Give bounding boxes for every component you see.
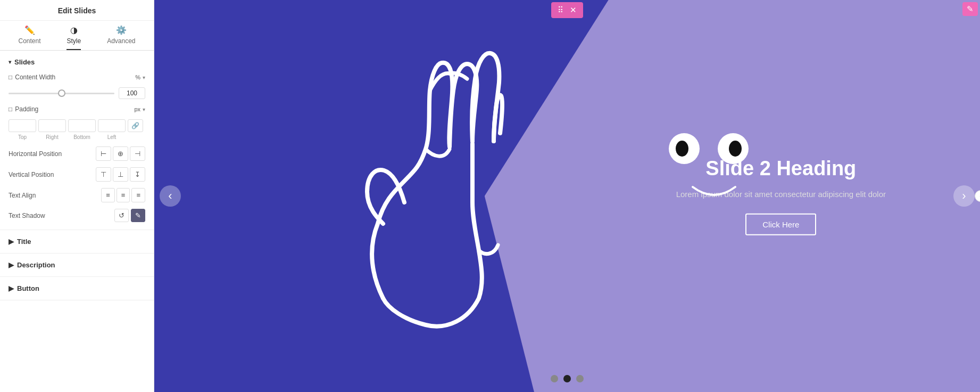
- tab-content-label: Content: [18, 37, 40, 45]
- padding-left-input[interactable]: [98, 119, 126, 132]
- horiz-left-button[interactable]: ⊢: [96, 146, 111, 161]
- slides-arrow-icon: ▾: [9, 59, 11, 65]
- vertical-position-label: Vertical Position: [9, 171, 54, 178]
- left-panel: Edit Slides ✏️ Content ◑ Style ⚙️ Advanc…: [0, 0, 154, 392]
- text-shadow-row: Text Shadow ↺ ✎: [9, 209, 145, 222]
- panel-title: Edit Slides: [0, 0, 154, 21]
- padding-right-input[interactable]: [38, 119, 66, 132]
- tab-advanced-label: Advanced: [107, 37, 135, 45]
- content-width-input[interactable]: 100: [119, 87, 145, 99]
- text-align-left-button[interactable]: ≡: [101, 188, 115, 202]
- padding-bottom-label: Bottom: [68, 134, 96, 140]
- title-section-header[interactable]: ▶ Title: [9, 238, 145, 246]
- horizontal-position-buttons: ⊢ ⊕ ⊣: [96, 146, 145, 161]
- padding-bottom-input[interactable]: [68, 119, 96, 132]
- slide-dots: [551, 375, 584, 382]
- hand-illustration: [351, 11, 575, 341]
- button-section: ▶ Button: [0, 277, 154, 300]
- content-width-control: % ▾: [135, 74, 145, 80]
- tab-advanced[interactable]: ⚙️ Advanced: [107, 25, 135, 50]
- horiz-right-button[interactable]: ⊣: [130, 146, 145, 161]
- title-arrow-icon: ▶: [9, 238, 14, 246]
- padding-unit-dropdown-icon[interactable]: ▾: [143, 107, 145, 112]
- description-section-label: Description: [17, 261, 55, 269]
- text-align-label: Text Align: [9, 192, 36, 199]
- unit-dropdown-icon[interactable]: ▾: [143, 75, 145, 80]
- padding-left-label: Left: [98, 134, 126, 140]
- title-section-label: Title: [17, 238, 31, 246]
- dot-2[interactable]: [576, 375, 584, 382]
- padding-link-button[interactable]: 🔗: [128, 119, 143, 132]
- padding-unit-control: px ▾: [134, 106, 145, 112]
- horiz-center-button[interactable]: ⊕: [113, 146, 128, 161]
- text-align-center-button[interactable]: ≡: [117, 188, 130, 202]
- advanced-icon: ⚙️: [116, 25, 127, 35]
- content-width-icon: □: [9, 74, 12, 81]
- toolbar-move-button[interactable]: ⠿: [555, 4, 566, 16]
- vertical-position-buttons: ⊤ ⊥ ↧: [96, 167, 145, 182]
- title-section: ▶ Title: [0, 230, 154, 254]
- text-align-row: Text Align ≡ ≡ ≡: [9, 188, 145, 202]
- content-width-row: □ Content Width % ▾: [9, 74, 145, 81]
- dot-0[interactable]: [551, 375, 558, 382]
- edit-corner-button[interactable]: ✎: [962, 2, 978, 16]
- dot-1[interactable]: [563, 375, 571, 382]
- button-arrow-icon: ▶: [9, 284, 14, 292]
- tab-style[interactable]: ◑ Style: [67, 25, 81, 50]
- toolbar-close-button[interactable]: ✕: [568, 4, 579, 16]
- button-section-header[interactable]: ▶ Button: [9, 284, 145, 292]
- padding-right-label: Right: [38, 134, 66, 140]
- slide-toolbar: ⠿ ✕: [551, 2, 583, 18]
- slides-section-header[interactable]: ▾ Slides: [9, 58, 145, 66]
- eye-spacer: [703, 133, 715, 164]
- text-shadow-actions: ↺ ✎: [114, 209, 145, 222]
- slider-area: Slide 2 Heading Lorem ipsum dolor sit am…: [154, 0, 980, 392]
- slide-cta-button[interactable]: Click Here: [745, 213, 816, 235]
- slides-section: ▾ Slides □ Content Width % ▾ 100 □ Paddi…: [0, 51, 154, 230]
- description-section-header[interactable]: ▶ Description: [9, 261, 145, 269]
- text-shadow-reset-button[interactable]: ↺: [114, 209, 129, 222]
- right-eye: [718, 133, 749, 164]
- vert-middle-button[interactable]: ⊥: [113, 167, 128, 182]
- padding-label: □ Padding: [9, 105, 38, 113]
- text-shadow-edit-button[interactable]: ✎: [131, 209, 145, 222]
- tab-content[interactable]: ✏️ Content: [18, 25, 40, 50]
- padding-icon: □: [9, 105, 12, 113]
- content-width-unit: %: [135, 74, 140, 80]
- padding-unit: px: [134, 106, 140, 112]
- tabs: ✏️ Content ◑ Style ⚙️ Advanced: [0, 21, 154, 51]
- padding-inputs: 🔗: [9, 119, 145, 132]
- text-align-buttons: ≡ ≡ ≡: [101, 188, 145, 202]
- description-arrow-icon: ▶: [9, 261, 14, 269]
- padding-top-label: Top: [9, 134, 36, 140]
- content-width-slider[interactable]: [9, 93, 114, 94]
- content-width-slider-row: 100: [9, 87, 145, 99]
- button-section-label: Button: [17, 284, 39, 292]
- right-content: ‹: [154, 0, 980, 392]
- style-icon: ◑: [70, 25, 78, 35]
- right-pupil: [729, 141, 742, 157]
- left-pupil: [676, 141, 688, 157]
- horizontal-position-label: Horizontal Position: [9, 150, 62, 158]
- tab-style-label: Style: [67, 37, 81, 45]
- content-width-label: □ Content Width: [9, 74, 55, 81]
- padding-row: □ Padding px ▾: [9, 105, 145, 113]
- vert-bottom-button[interactable]: ↧: [130, 167, 145, 182]
- text-align-right-button[interactable]: ≡: [131, 188, 145, 202]
- content-icon: ✏️: [24, 25, 35, 35]
- next-slide-button[interactable]: ›: [953, 185, 975, 207]
- smile-decoration: [687, 184, 741, 208]
- left-eye: [669, 133, 700, 164]
- horizontal-position-row: Horizontal Position ⊢ ⊕ ⊣: [9, 146, 145, 161]
- description-section: ▶ Description: [0, 254, 154, 277]
- padding-labels: Top Right Bottom Left: [9, 134, 145, 140]
- vert-top-button[interactable]: ⊤: [96, 167, 111, 182]
- padding-top-input[interactable]: [9, 119, 36, 132]
- slide-canvas: Slide 2 Heading Lorem ipsum dolor sit am…: [154, 0, 980, 392]
- prev-slide-button[interactable]: ‹: [160, 185, 181, 207]
- eyes-decoration: [669, 133, 749, 164]
- vertical-position-row: Vertical Position ⊤ ⊥ ↧: [9, 167, 145, 182]
- text-shadow-label: Text Shadow: [9, 212, 45, 219]
- slides-section-label: Slides: [14, 58, 35, 66]
